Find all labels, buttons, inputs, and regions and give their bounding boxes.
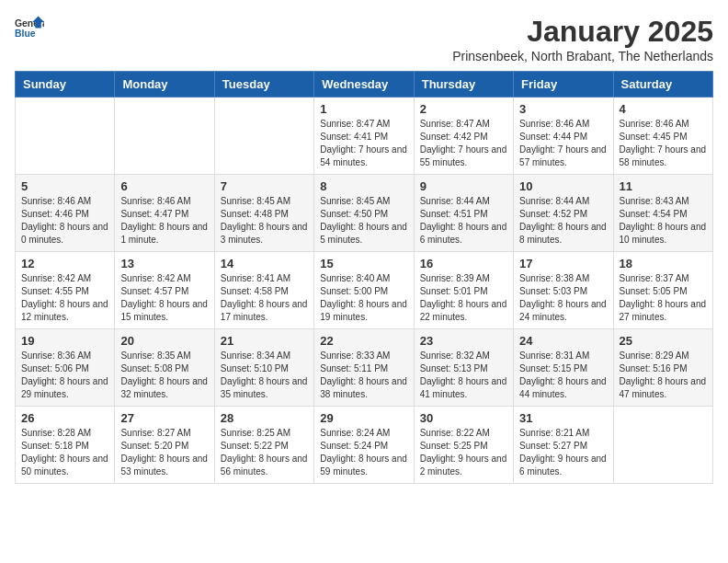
- day-info: Sunrise: 8:46 AM Sunset: 4:47 PM Dayligh…: [120, 195, 208, 247]
- weekday-header: Monday: [115, 72, 214, 98]
- weekday-header: Saturday: [613, 72, 712, 98]
- day-number: 24: [519, 334, 607, 348]
- calendar-cell: 15Sunrise: 8:40 AM Sunset: 5:00 PM Dayli…: [314, 252, 414, 329]
- calendar-cell: 10Sunrise: 8:44 AM Sunset: 4:52 PM Dayli…: [514, 175, 613, 252]
- day-number: 20: [120, 334, 208, 348]
- weekday-header: Wednesday: [314, 72, 414, 98]
- calendar-week-row: 26Sunrise: 8:28 AM Sunset: 5:18 PM Dayli…: [16, 407, 713, 484]
- calendar-cell: [115, 98, 214, 175]
- day-number: 1: [320, 102, 407, 116]
- day-info: Sunrise: 8:37 AM Sunset: 5:05 PM Dayligh…: [620, 272, 707, 324]
- day-info: Sunrise: 8:47 AM Sunset: 4:41 PM Dayligh…: [320, 118, 407, 169]
- calendar-cell: 21Sunrise: 8:34 AM Sunset: 5:10 PM Dayli…: [214, 329, 313, 407]
- calendar-week-row: 1Sunrise: 8:47 AM Sunset: 4:41 PM Daylig…: [16, 98, 713, 175]
- day-info: Sunrise: 8:35 AM Sunset: 5:08 PM Dayligh…: [120, 350, 208, 401]
- day-info: Sunrise: 8:38 AM Sunset: 5:03 PM Dayligh…: [519, 272, 607, 324]
- day-number: 29: [320, 411, 407, 425]
- calendar-cell: 12Sunrise: 8:42 AM Sunset: 4:55 PM Dayli…: [16, 252, 115, 329]
- calendar-cell: 8Sunrise: 8:45 AM Sunset: 4:50 PM Daylig…: [314, 175, 414, 252]
- day-info: Sunrise: 8:45 AM Sunset: 4:48 PM Dayligh…: [221, 195, 308, 247]
- calendar-cell: 4Sunrise: 8:46 AM Sunset: 4:45 PM Daylig…: [613, 98, 712, 175]
- day-number: 7: [221, 179, 308, 193]
- day-info: Sunrise: 8:27 AM Sunset: 5:20 PM Dayligh…: [120, 427, 208, 478]
- calendar-cell: 3Sunrise: 8:46 AM Sunset: 4:44 PM Daylig…: [514, 98, 613, 175]
- calendar-cell: 13Sunrise: 8:42 AM Sunset: 4:57 PM Dayli…: [115, 252, 214, 329]
- calendar-cell: 6Sunrise: 8:46 AM Sunset: 4:47 PM Daylig…: [115, 175, 214, 252]
- calendar-cell: 18Sunrise: 8:37 AM Sunset: 5:05 PM Dayli…: [613, 252, 712, 329]
- day-number: 28: [221, 411, 308, 425]
- calendar-cell: 28Sunrise: 8:25 AM Sunset: 5:22 PM Dayli…: [214, 407, 313, 484]
- day-number: 22: [320, 334, 407, 348]
- day-info: Sunrise: 8:33 AM Sunset: 5:11 PM Dayligh…: [320, 350, 407, 401]
- day-info: Sunrise: 8:42 AM Sunset: 4:55 PM Dayligh…: [21, 272, 108, 324]
- day-number: 12: [21, 257, 108, 270]
- calendar-cell: [16, 98, 115, 175]
- calendar-week-row: 19Sunrise: 8:36 AM Sunset: 5:06 PM Dayli…: [16, 329, 713, 407]
- day-info: Sunrise: 8:25 AM Sunset: 5:22 PM Dayligh…: [221, 427, 308, 478]
- day-number: 8: [320, 179, 407, 193]
- day-number: 27: [120, 411, 208, 425]
- calendar-cell: 27Sunrise: 8:27 AM Sunset: 5:20 PM Dayli…: [115, 407, 214, 484]
- day-info: Sunrise: 8:34 AM Sunset: 5:10 PM Dayligh…: [221, 350, 308, 401]
- logo-icon: General Blue: [15, 15, 44, 40]
- day-number: 19: [21, 334, 108, 348]
- day-number: 6: [120, 179, 208, 193]
- day-number: 23: [420, 334, 507, 348]
- svg-text:Blue: Blue: [15, 29, 36, 39]
- day-info: Sunrise: 8:24 AM Sunset: 5:24 PM Dayligh…: [320, 427, 407, 478]
- calendar-cell: 5Sunrise: 8:46 AM Sunset: 4:46 PM Daylig…: [16, 175, 115, 252]
- day-number: 16: [420, 257, 507, 270]
- calendar-week-row: 12Sunrise: 8:42 AM Sunset: 4:55 PM Dayli…: [16, 252, 713, 329]
- calendar-cell: 25Sunrise: 8:29 AM Sunset: 5:16 PM Dayli…: [613, 329, 712, 407]
- calendar-cell: 14Sunrise: 8:41 AM Sunset: 4:58 PM Dayli…: [214, 252, 313, 329]
- day-number: 17: [519, 257, 607, 270]
- day-info: Sunrise: 8:21 AM Sunset: 5:27 PM Dayligh…: [519, 427, 607, 478]
- weekday-header: Sunday: [16, 72, 115, 98]
- calendar-cell: 19Sunrise: 8:36 AM Sunset: 5:06 PM Dayli…: [16, 329, 115, 407]
- calendar-cell: 2Sunrise: 8:47 AM Sunset: 4:42 PM Daylig…: [414, 98, 513, 175]
- calendar-cell: 23Sunrise: 8:32 AM Sunset: 5:13 PM Dayli…: [414, 329, 513, 407]
- calendar-cell: 22Sunrise: 8:33 AM Sunset: 5:11 PM Dayli…: [314, 329, 414, 407]
- day-number: 18: [620, 257, 707, 270]
- day-info: Sunrise: 8:43 AM Sunset: 4:54 PM Dayligh…: [620, 195, 707, 247]
- day-number: 14: [221, 257, 308, 270]
- day-number: 10: [519, 179, 607, 193]
- day-info: Sunrise: 8:45 AM Sunset: 4:50 PM Dayligh…: [320, 195, 407, 247]
- day-info: Sunrise: 8:47 AM Sunset: 4:42 PM Dayligh…: [420, 118, 507, 169]
- calendar-week-row: 5Sunrise: 8:46 AM Sunset: 4:46 PM Daylig…: [16, 175, 713, 252]
- calendar-cell: [613, 407, 712, 484]
- day-info: Sunrise: 8:41 AM Sunset: 4:58 PM Dayligh…: [221, 272, 308, 324]
- calendar-cell: 11Sunrise: 8:43 AM Sunset: 4:54 PM Dayli…: [613, 175, 712, 252]
- day-number: 11: [620, 179, 707, 193]
- day-number: 13: [120, 257, 208, 270]
- month-title: January 2025: [452, 15, 713, 49]
- calendar-cell: 20Sunrise: 8:35 AM Sunset: 5:08 PM Dayli…: [115, 329, 214, 407]
- calendar-cell: 17Sunrise: 8:38 AM Sunset: 5:03 PM Dayli…: [514, 252, 613, 329]
- day-number: 2: [420, 102, 507, 116]
- calendar-cell: [214, 98, 313, 175]
- day-info: Sunrise: 8:44 AM Sunset: 4:51 PM Dayligh…: [420, 195, 507, 247]
- day-number: 4: [620, 102, 707, 116]
- day-number: 26: [21, 411, 108, 425]
- weekday-header-row: SundayMondayTuesdayWednesdayThursdayFrid…: [16, 72, 713, 98]
- day-info: Sunrise: 8:46 AM Sunset: 4:45 PM Dayligh…: [620, 118, 707, 169]
- calendar-cell: 29Sunrise: 8:24 AM Sunset: 5:24 PM Dayli…: [314, 407, 414, 484]
- calendar: SundayMondayTuesdayWednesdayThursdayFrid…: [15, 71, 713, 484]
- day-number: 5: [21, 179, 108, 193]
- day-info: Sunrise: 8:42 AM Sunset: 4:57 PM Dayligh…: [120, 272, 208, 324]
- day-info: Sunrise: 8:31 AM Sunset: 5:15 PM Dayligh…: [519, 350, 607, 401]
- calendar-cell: 1Sunrise: 8:47 AM Sunset: 4:41 PM Daylig…: [314, 98, 414, 175]
- day-info: Sunrise: 8:32 AM Sunset: 5:13 PM Dayligh…: [420, 350, 507, 401]
- day-number: 15: [320, 257, 407, 270]
- calendar-cell: 7Sunrise: 8:45 AM Sunset: 4:48 PM Daylig…: [214, 175, 313, 252]
- calendar-cell: 26Sunrise: 8:28 AM Sunset: 5:18 PM Dayli…: [16, 407, 115, 484]
- calendar-cell: 30Sunrise: 8:22 AM Sunset: 5:25 PM Dayli…: [414, 407, 513, 484]
- day-info: Sunrise: 8:46 AM Sunset: 4:44 PM Dayligh…: [519, 118, 607, 169]
- day-info: Sunrise: 8:39 AM Sunset: 5:01 PM Dayligh…: [420, 272, 507, 324]
- logo: General Blue: [15, 15, 44, 40]
- day-number: 3: [519, 102, 607, 116]
- header: General Blue January 2025 Prinsenbeek, N…: [15, 15, 713, 63]
- day-info: Sunrise: 8:28 AM Sunset: 5:18 PM Dayligh…: [21, 427, 108, 478]
- day-info: Sunrise: 8:22 AM Sunset: 5:25 PM Dayligh…: [420, 427, 507, 478]
- weekday-header: Thursday: [414, 72, 513, 98]
